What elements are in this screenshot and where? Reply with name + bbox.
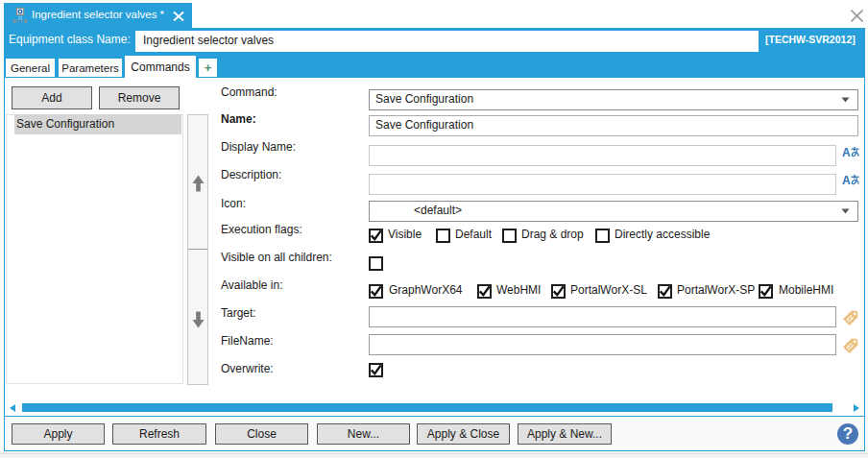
- svg-text:A: A: [842, 174, 851, 186]
- svg-text:A: A: [842, 146, 851, 158]
